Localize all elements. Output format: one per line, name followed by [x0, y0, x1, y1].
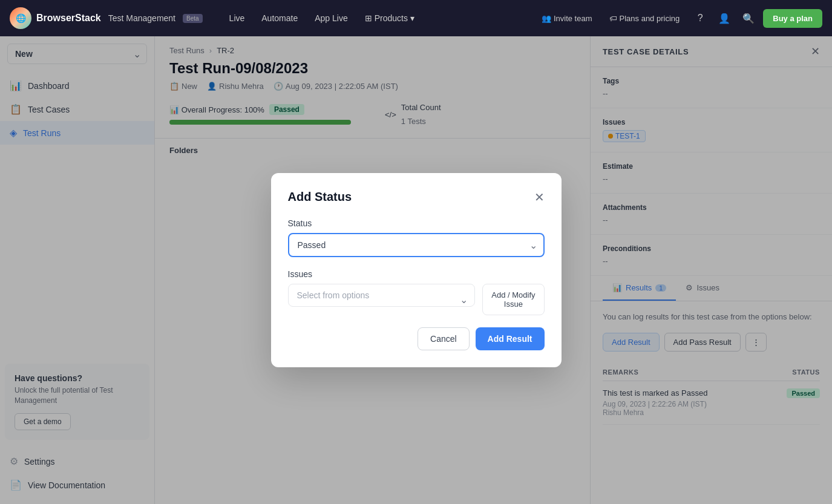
- status-select-wrapper: Passed Failed Blocked Skipped In Progres…: [288, 233, 545, 257]
- add-result-submit-button[interactable]: Add Result: [476, 327, 545, 350]
- logo-icon: 🌐: [10, 7, 31, 29]
- nav-right-area: 👥 Invite team 🏷 Plans and pricing ? 👤 🔍 …: [536, 8, 822, 28]
- people-icon: 👥: [542, 14, 551, 23]
- modal-footer: Cancel Add Result: [288, 327, 545, 350]
- issues-select-wrapper: Select from options: [288, 284, 476, 315]
- issues-select[interactable]: Select from options: [288, 284, 476, 307]
- user-avatar-button[interactable]: 👤: [715, 8, 734, 28]
- brand-name: BrowserStack: [36, 13, 101, 24]
- plans-pricing-button[interactable]: 🏷 Plans and pricing: [603, 10, 686, 27]
- issues-modal-label: Issues: [288, 269, 545, 279]
- modal-header: Add Status ✕: [288, 190, 545, 204]
- nav-link-applive[interactable]: App Live: [307, 10, 355, 27]
- search-icon-button[interactable]: 🔍: [739, 8, 758, 28]
- grid-icon: ⊞: [365, 13, 372, 23]
- cancel-button[interactable]: Cancel: [418, 327, 470, 350]
- nav-link-automate[interactable]: Automate: [254, 10, 305, 27]
- modal-overlay: Add Status ✕ Status Passed Failed Blocke…: [0, 36, 832, 504]
- top-navigation: 🌐 BrowserStack Test Management Beta Live…: [0, 0, 832, 36]
- modal-title: Add Status: [288, 190, 352, 204]
- tag-icon: 🏷: [609, 14, 617, 23]
- logo-area: 🌐 BrowserStack Test Management Beta: [10, 7, 203, 29]
- beta-badge: Beta: [183, 14, 203, 23]
- add-modify-issue-button[interactable]: Add / Modify Issue: [482, 284, 544, 315]
- product-name: Test Management: [108, 13, 175, 23]
- buy-plan-button[interactable]: Buy a plan: [763, 9, 822, 28]
- nav-link-products[interactable]: ⊞ Products ▾: [358, 10, 422, 27]
- issues-field: Issues Select from options Add / Modify …: [288, 269, 545, 315]
- status-label: Status: [288, 218, 545, 228]
- help-icon-button[interactable]: ?: [690, 8, 710, 28]
- issues-row: Select from options Add / Modify Issue: [288, 284, 545, 315]
- nav-links: Live Automate App Live ⊞ Products ▾: [222, 10, 531, 27]
- modal-close-button[interactable]: ✕: [534, 191, 545, 203]
- status-select[interactable]: Passed Failed Blocked Skipped In Progres…: [288, 233, 545, 257]
- nav-link-live[interactable]: Live: [222, 10, 252, 27]
- chevron-down-icon: ▾: [410, 13, 414, 23]
- add-status-modal: Add Status ✕ Status Passed Failed Blocke…: [271, 173, 562, 367]
- status-field: Status Passed Failed Blocked Skipped In …: [288, 218, 545, 257]
- invite-team-button[interactable]: 👥 Invite team: [536, 10, 598, 27]
